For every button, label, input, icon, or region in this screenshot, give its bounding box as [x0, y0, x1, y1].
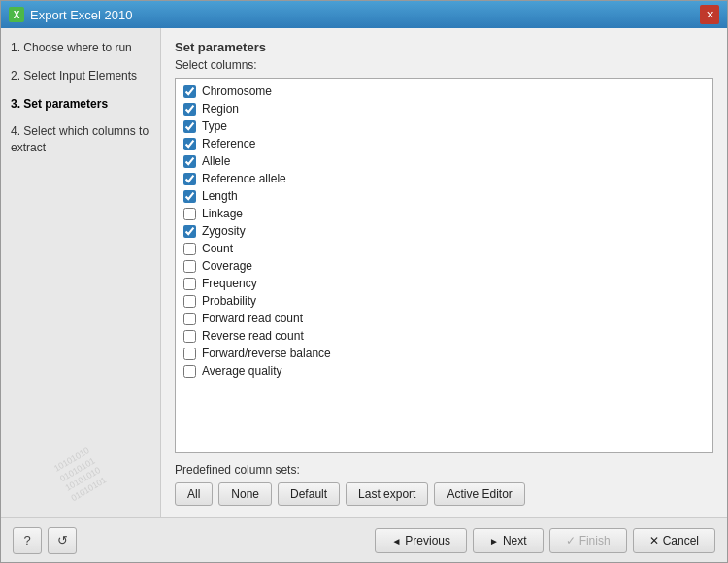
- column-label: Frequency: [202, 277, 257, 290]
- previous-label: Previous: [405, 534, 450, 547]
- list-item: Reference: [176, 135, 712, 152]
- column-checkbox[interactable]: [183, 278, 196, 290]
- reset-button[interactable]: ↺: [48, 527, 77, 554]
- list-item: Forward read count: [176, 310, 712, 327]
- step-2-label: Select Input Elements: [23, 69, 137, 83]
- previous-button[interactable]: Previous: [375, 528, 467, 553]
- app-icon: X: [9, 7, 24, 22]
- step-3-label: Set parameters: [23, 97, 108, 111]
- help-icon: ?: [23, 533, 30, 547]
- column-checkbox[interactable]: [183, 120, 196, 133]
- column-label: Length: [202, 189, 238, 203]
- column-checkbox[interactable]: [183, 260, 196, 273]
- column-checkbox[interactable]: [183, 208, 196, 220]
- section-title: Set parameters: [175, 40, 713, 54]
- list-item: Linkage: [176, 205, 712, 222]
- watermark: 10101010010101011010101001010101: [9, 420, 152, 517]
- column-label: Probability: [202, 294, 256, 308]
- step-3: 3. Set parameters: [11, 96, 150, 113]
- predefined-button[interactable]: None: [218, 482, 272, 506]
- reset-icon: ↺: [57, 533, 68, 547]
- column-checkbox[interactable]: [183, 313, 196, 325]
- list-item: Allele: [176, 152, 712, 170]
- column-label: Reference: [202, 137, 255, 150]
- window-title: Export Excel 2010: [30, 8, 133, 22]
- predefined-section: Predefined column sets: AllNoneDefaultLa…: [175, 463, 713, 506]
- list-item: Average quality: [176, 362, 712, 380]
- select-columns-label: Select columns:: [175, 58, 713, 72]
- bottom-bar: ? ↺ Previous Next Finish Cancel: [1, 517, 727, 562]
- bottom-left: ? ↺: [13, 527, 77, 554]
- column-label: Zygosity: [202, 224, 246, 238]
- next-button[interactable]: Next: [473, 528, 544, 553]
- column-checkbox[interactable]: [183, 85, 196, 98]
- prev-arrow-icon: [391, 534, 401, 547]
- bottom-right: Previous Next Finish Cancel: [375, 528, 715, 553]
- title-bar: X Export Excel 2010 ✕: [1, 1, 727, 28]
- finish-button[interactable]: Finish: [549, 528, 627, 553]
- title-bar-left: X Export Excel 2010: [9, 7, 133, 22]
- step-4: 4. Select which columns to extract: [11, 123, 150, 156]
- columns-list[interactable]: ChromosomeRegionTypeReferenceAlleleRefer…: [176, 79, 712, 452]
- column-checkbox[interactable]: [183, 138, 196, 150]
- column-label: Reverse read count: [202, 329, 304, 343]
- column-label: Linkage: [202, 207, 243, 220]
- list-item: Frequency: [176, 275, 712, 292]
- column-label: Type: [202, 119, 227, 133]
- column-label: Reference allele: [202, 172, 286, 185]
- step-4-number: 4.: [11, 124, 23, 138]
- step-2-number: 2.: [11, 69, 23, 83]
- right-panel: Set parameters Select columns: Chromosom…: [161, 28, 727, 517]
- list-item: Chromosome: [176, 83, 712, 100]
- list-item: Reference allele: [176, 170, 712, 187]
- list-item: Zygosity: [176, 222, 712, 240]
- list-item: Length: [176, 187, 712, 205]
- predefined-buttons: AllNoneDefaultLast exportActive Editor: [175, 482, 713, 506]
- cancel-label: Cancel: [663, 534, 699, 547]
- column-label: Forward read count: [202, 312, 303, 325]
- step-1-number: 1.: [11, 41, 23, 54]
- list-item: Reverse read count: [176, 327, 712, 345]
- close-button[interactable]: ✕: [700, 5, 719, 24]
- column-label: Forward/reverse balance: [202, 347, 331, 360]
- column-checkbox[interactable]: [183, 348, 196, 360]
- list-item: Region: [176, 100, 712, 117]
- step-4-label: Select which columns to extract: [11, 124, 149, 154]
- column-checkbox[interactable]: [183, 225, 196, 238]
- main-window: X Export Excel 2010 ✕ 1. Choose where to…: [0, 0, 728, 563]
- finish-label: Finish: [579, 534, 611, 547]
- column-checkbox[interactable]: [183, 103, 196, 116]
- columns-list-container: ChromosomeRegionTypeReferenceAlleleRefer…: [175, 78, 713, 453]
- column-label: Allele: [202, 154, 230, 168]
- column-checkbox[interactable]: [183, 330, 196, 343]
- column-label: Region: [202, 102, 239, 116]
- cancel-button[interactable]: Cancel: [633, 528, 715, 553]
- next-arrow-icon: [489, 534, 499, 547]
- list-item: Coverage: [176, 257, 712, 275]
- column-checkbox[interactable]: [183, 365, 196, 378]
- step-1: 1. Choose where to run: [11, 40, 150, 56]
- step-3-number: 3.: [11, 97, 23, 111]
- finish-check-icon: [566, 534, 576, 547]
- help-button[interactable]: ?: [13, 527, 42, 554]
- column-checkbox[interactable]: [183, 155, 196, 168]
- predefined-button[interactable]: Last export: [346, 482, 428, 506]
- step-2: 2. Select Input Elements: [11, 68, 150, 84]
- list-item: Type: [176, 117, 712, 135]
- predefined-button[interactable]: All: [175, 482, 213, 506]
- predefined-label: Predefined column sets:: [175, 463, 713, 477]
- column-checkbox[interactable]: [183, 190, 196, 203]
- next-label: Next: [503, 534, 527, 547]
- column-label: Chromosome: [202, 84, 272, 98]
- list-item: Count: [176, 240, 712, 257]
- step-1-label: Choose where to run: [23, 41, 131, 54]
- column-checkbox[interactable]: [183, 173, 196, 185]
- predefined-button[interactable]: Active Editor: [434, 482, 524, 506]
- list-item: Forward/reverse balance: [176, 345, 712, 362]
- column-label: Count: [202, 242, 233, 255]
- column-checkbox[interactable]: [183, 243, 196, 255]
- predefined-button[interactable]: Default: [278, 482, 340, 506]
- column-label: Coverage: [202, 259, 252, 273]
- cancel-x-icon: [649, 534, 659, 547]
- column-checkbox[interactable]: [183, 295, 196, 308]
